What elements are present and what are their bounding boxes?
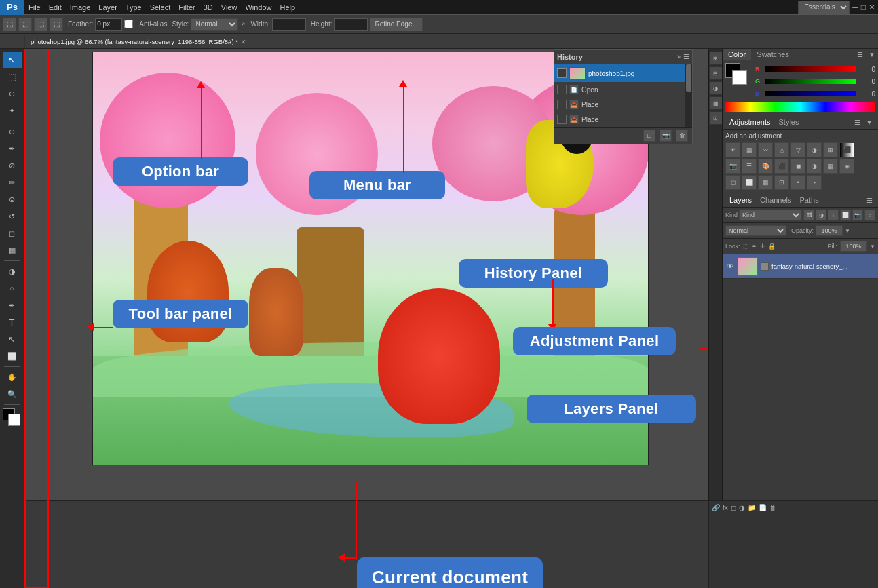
color-collapse-icon[interactable]: ▼ <box>866 51 878 58</box>
history-item-1[interactable]: 📄 Open <box>554 82 685 97</box>
menu-3d[interactable]: 3D <box>199 0 217 15</box>
bottom-fx-icon[interactable]: fx <box>723 504 728 511</box>
filter-shape-icon[interactable]: ⬜ <box>840 210 851 220</box>
width-input[interactable] <box>272 18 306 31</box>
history-scrollbar[interactable] <box>685 64 692 127</box>
adj-shadow-icon[interactable]: ◻ <box>725 175 740 190</box>
dodge-tool[interactable]: ○ <box>3 280 22 296</box>
swatches-tab[interactable]: Swatches <box>751 49 795 60</box>
menu-window[interactable]: Window <box>241 0 275 15</box>
menu-type[interactable]: Type <box>121 0 146 15</box>
menu-help[interactable]: Help <box>276 0 300 15</box>
adj-posterize-icon[interactable]: ◼ <box>790 159 805 174</box>
paths-tab[interactable]: Paths <box>796 195 823 205</box>
tab-close-icon[interactable]: ✕ <box>241 39 246 45</box>
style-select[interactable]: Normal <box>191 18 238 31</box>
lock-brush-icon[interactable]: ✒ <box>752 243 757 250</box>
bottom-link-icon[interactable]: 🔗 <box>712 504 720 511</box>
history-item-0[interactable]: photoshop1.jpg <box>554 64 685 82</box>
history-item-2[interactable]: 📥 Place <box>554 97 685 112</box>
adj-threshold-icon[interactable]: ◑ <box>807 159 822 174</box>
menu-view[interactable]: View <box>217 0 242 15</box>
lock-all-icon[interactable]: 🔒 <box>768 243 776 250</box>
anti-alias-checkbox[interactable] <box>124 20 133 28</box>
history-expand-icon[interactable]: » <box>676 53 681 60</box>
workspace-dropdown[interactable]: Essentials <box>798 1 850 14</box>
shape-tool[interactable]: ⬜ <box>3 348 22 364</box>
filter-adj-icon[interactable]: ◑ <box>816 210 826 220</box>
layers-menu-icon[interactable]: ☰ <box>864 197 875 204</box>
bottom-mask-icon[interactable]: ◻ <box>731 504 736 511</box>
panel-icon-3[interactable]: ◑ <box>709 81 723 95</box>
crop-tool[interactable]: ⊕ <box>3 123 22 140</box>
lock-px-icon[interactable]: ⬚ <box>743 243 749 250</box>
panel-icon-2[interactable]: ⊟ <box>709 66 723 80</box>
layers-tab[interactable]: Layers <box>725 195 756 205</box>
document-tab[interactable]: photoshop1.jpg @ 66.7% (fantasy-natural-… <box>24 35 252 48</box>
color-tab[interactable]: Color <box>723 49 751 60</box>
menu-file[interactable]: File <box>24 0 45 15</box>
adj-invert-icon[interactable]: ⬛ <box>774 159 789 174</box>
gradient-tool[interactable]: ▦ <box>3 242 22 258</box>
adj-exposure-icon[interactable]: △ <box>774 142 789 157</box>
adj-colorbalance-icon[interactable]: ⊞ <box>823 142 838 157</box>
color-spectrum[interactable] <box>725 102 875 112</box>
marquee-option2-btn[interactable]: ⬚ <box>50 18 63 31</box>
color-menu-icon[interactable]: ☰ <box>854 51 866 58</box>
blur-tool[interactable]: ◑ <box>3 263 22 279</box>
filter-toggle[interactable]: ○ <box>864 210 875 220</box>
minimize-btn[interactable]: ─ <box>852 3 858 12</box>
adj-gradient-icon[interactable]: ▦ <box>758 175 773 190</box>
bottom-doc-icon[interactable]: 📄 <box>759 504 767 511</box>
adj-selective-icon[interactable]: ◈ <box>839 159 854 174</box>
fill-input[interactable] <box>840 241 867 252</box>
magic-wand-tool[interactable]: ✦ <box>3 102 22 119</box>
adj-curves-icon[interactable]: 〰 <box>758 142 773 157</box>
history-new-doc-btn[interactable]: 📷 <box>660 130 672 142</box>
menu-select[interactable]: Select <box>146 0 175 15</box>
history-snap-checkbox-3[interactable] <box>557 115 567 124</box>
lasso-tool[interactable]: ⊙ <box>3 85 22 102</box>
move-tool[interactable]: ↖ <box>3 52 22 68</box>
r-slider[interactable] <box>765 66 856 72</box>
bottom-trash-icon[interactable]: 🗑 <box>769 504 776 511</box>
close-btn[interactable]: ✕ <box>869 3 875 12</box>
path-select-tool[interactable]: ↖ <box>3 331 22 347</box>
healing-tool[interactable]: ⊘ <box>3 157 22 174</box>
adj-gradient-map-icon[interactable]: ▦ <box>823 159 838 174</box>
background-color[interactable] <box>8 414 20 426</box>
panel-icon-4[interactable]: ▦ <box>709 96 723 110</box>
history-menu-icon[interactable]: ☰ <box>683 53 689 60</box>
history-scroll-thumb[interactable] <box>686 64 691 92</box>
channels-tab[interactable]: Channels <box>756 195 795 205</box>
styles-tab[interactable]: Styles <box>775 117 803 128</box>
adjustments-tab[interactable]: Adjustments <box>725 117 775 128</box>
adj-bw-icon[interactable]: ⬛ <box>839 142 854 157</box>
history-snap-checkbox-0[interactable] <box>557 68 567 78</box>
hand-tool[interactable]: ✋ <box>3 369 22 385</box>
panel-icon-5[interactable]: ⊡ <box>709 111 723 125</box>
adj-brightness-icon[interactable]: ☀ <box>725 142 740 157</box>
marquee-tool-btn[interactable]: ⬚ <box>3 18 16 31</box>
history-delete-btn[interactable]: 🗑 <box>676 130 688 142</box>
adj-extra1-icon[interactable]: ▪ <box>807 175 822 190</box>
filter-pixel-icon[interactable]: 🖼 <box>803 210 814 220</box>
adj-hue-icon[interactable]: ◑ <box>807 142 822 157</box>
bottom-folder-icon[interactable]: 📁 <box>748 504 756 511</box>
clone-tool[interactable]: ⊜ <box>3 191 22 208</box>
opacity-arrow[interactable]: ▼ <box>845 228 850 234</box>
marquee-type-btn[interactable]: ⬚ <box>18 18 32 31</box>
menu-layer[interactable]: Layer <box>94 0 121 15</box>
filter-smart-icon[interactable]: 📷 <box>852 210 863 220</box>
marquee-tool[interactable]: ⬚ <box>3 68 22 85</box>
adj-vib-icon[interactable]: ▽ <box>790 142 805 157</box>
lock-pos-icon[interactable]: ✛ <box>760 243 765 250</box>
refine-edge-button[interactable]: Refine Edge... <box>370 18 422 31</box>
adj-solid-icon[interactable]: ⬜ <box>742 175 757 190</box>
maximize-btn[interactable]: □ <box>861 3 866 12</box>
panel-icon-1[interactable]: ⊞ <box>709 52 723 65</box>
adjustments-collapse-icon[interactable]: ▼ <box>863 119 875 126</box>
adj-color-lookup-icon[interactable]: 🎨 <box>758 159 773 174</box>
pen-tool[interactable]: ✒ <box>3 297 22 313</box>
layer-visibility-eye[interactable]: 👁 <box>725 262 735 271</box>
